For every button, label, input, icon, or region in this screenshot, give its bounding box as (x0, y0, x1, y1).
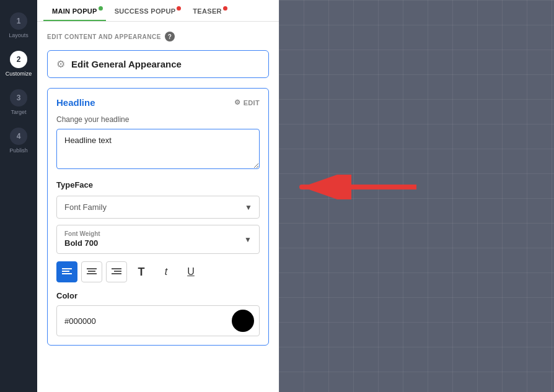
align-center-button[interactable] (81, 261, 102, 282)
edit-panel: MAIN POPUP SUCCESS POPUP TEASER EDIT CON… (37, 0, 279, 392)
svg-rect-8 (114, 271, 121, 272)
font-weight-select[interactable]: Font Weight Bold 700 ▼ (56, 225, 260, 254)
text-align-row: T t U (56, 261, 260, 282)
font-weight-arrow-icon: ▼ (244, 235, 252, 244)
section-header: EDIT CONTENT AND APPEARANCE ? (47, 32, 269, 41)
sidebar-number-publish: 4 (10, 128, 27, 145)
sidebar-item-layouts[interactable]: 1 Layouts (0, 6, 37, 45)
svg-rect-2 (62, 273, 72, 274)
sidebar-item-target[interactable]: 3 Target (0, 83, 37, 121)
general-appearance-button[interactable]: ⚙ Edit General Appearance (47, 50, 269, 78)
italic-button[interactable]: t (156, 261, 177, 282)
headline-textarea[interactable]: Headline text (56, 129, 260, 169)
bold-button[interactable]: T (131, 261, 152, 282)
font-weight-value: Bold 700 (64, 238, 98, 248)
svg-rect-7 (112, 268, 121, 269)
color-row (56, 305, 260, 336)
align-center-icon (87, 268, 97, 276)
align-left-button[interactable] (56, 261, 77, 282)
font-weight-label: Font Weight (64, 230, 237, 237)
typeface-label: TypeFace (56, 180, 260, 189)
panel-content: EDIT CONTENT AND APPEARANCE ? ⚙ Edit Gen… (37, 22, 279, 392)
sidebar-item-customize[interactable]: 2 Customize (0, 45, 37, 83)
arrow-icon (292, 175, 416, 199)
underline-button[interactable]: U (180, 261, 201, 282)
sidebar-label-layouts: Layouts (9, 32, 29, 38)
align-right-button[interactable] (106, 261, 127, 282)
tab-main-popup[interactable]: MAIN POPUP (43, 0, 106, 21)
font-family-wrapper: Font Family Arial Georgia Times New Roma… (56, 196, 260, 219)
sidebar: 1 Layouts 2 Customize 3 Target 4 Publish (0, 0, 37, 392)
tab-dot-main (99, 6, 103, 11)
tab-dot-teaser (223, 6, 227, 11)
change-headline-label: Change your headline (56, 115, 260, 124)
gear-icon: ⚙ (56, 58, 65, 70)
headline-title-row: Headline ⚙ EDIT (56, 97, 260, 108)
svg-rect-9 (112, 273, 121, 274)
svg-rect-0 (62, 268, 72, 269)
svg-rect-5 (88, 271, 95, 272)
sidebar-number-target: 3 (10, 89, 27, 107)
headline-title: Headline (56, 97, 95, 108)
sidebar-label-publish: Publish (9, 147, 28, 154)
align-right-icon (112, 268, 121, 276)
sidebar-number-customize: 2 (10, 51, 27, 68)
help-icon[interactable]: ? (165, 32, 175, 41)
arrow-container (292, 175, 416, 202)
color-hex-input[interactable] (57, 310, 227, 332)
headline-section: Headline ⚙ EDIT Change your headline Hea… (47, 88, 269, 346)
edit-label: EDIT (244, 99, 260, 107)
font-weight-wrapper: Font Weight Bold 700 ▼ (56, 225, 260, 254)
color-swatch[interactable] (232, 310, 254, 332)
tab-success-popup[interactable]: SUCCESS POPUP (106, 0, 185, 21)
svg-rect-4 (87, 268, 97, 269)
font-family-select[interactable]: Font Family Arial Georgia Times New Roma… (56, 196, 260, 219)
svg-rect-1 (62, 271, 69, 272)
section-header-label: EDIT CONTENT AND APPEARANCE (47, 33, 161, 40)
canvas-area (279, 0, 554, 392)
tab-teaser[interactable]: TEASER (184, 0, 230, 21)
sidebar-item-publish[interactable]: 4 Publish (0, 121, 37, 160)
gear-edit-icon: ⚙ (234, 98, 240, 107)
align-left-icon (62, 268, 72, 276)
sidebar-label-customize: Customize (6, 71, 32, 77)
color-label: Color (56, 291, 260, 300)
edit-link[interactable]: ⚙ EDIT (234, 98, 260, 107)
tab-bar: MAIN POPUP SUCCESS POPUP TEASER (37, 0, 279, 22)
sidebar-label-target: Target (11, 109, 26, 115)
sidebar-number-layouts: 1 (10, 12, 27, 30)
tab-dot-success (177, 6, 181, 11)
svg-rect-6 (87, 273, 97, 274)
general-appearance-label: Edit General Appearance (71, 59, 182, 69)
